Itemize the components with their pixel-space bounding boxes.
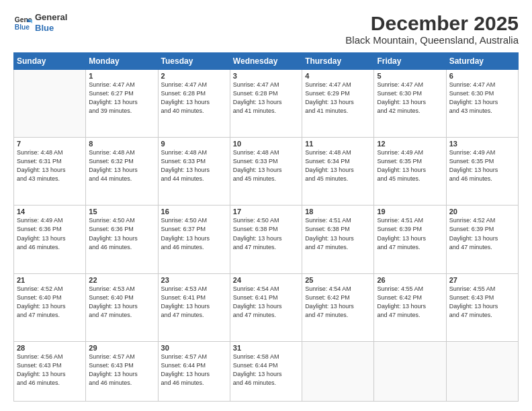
day-info: Sunrise: 4:54 AM Sunset: 6:42 PM Dayligh… [305, 285, 371, 320]
day-info: Sunrise: 4:50 AM Sunset: 6:37 PM Dayligh… [161, 216, 227, 251]
day-number: 20 [449, 208, 515, 216]
calendar-cell: 18Sunrise: 4:51 AM Sunset: 6:38 PM Dayli… [302, 205, 374, 273]
day-number: 3 [233, 72, 299, 80]
day-number: 19 [377, 208, 443, 216]
day-number: 22 [89, 276, 154, 284]
day-info: Sunrise: 4:55 AM Sunset: 6:43 PM Dayligh… [449, 285, 515, 320]
day-info: Sunrise: 4:58 AM Sunset: 6:44 PM Dayligh… [233, 353, 299, 387]
calendar-cell: 27Sunrise: 4:55 AM Sunset: 6:43 PM Dayli… [446, 273, 518, 341]
day-info: Sunrise: 4:53 AM Sunset: 6:41 PM Dayligh… [161, 285, 227, 320]
day-number: 10 [233, 140, 299, 148]
calendar-week-row: 14Sunrise: 4:49 AM Sunset: 6:36 PM Dayli… [14, 205, 519, 273]
calendar-cell: 4Sunrise: 4:47 AM Sunset: 6:29 PM Daylig… [302, 70, 374, 138]
calendar-cell: 31Sunrise: 4:58 AM Sunset: 6:44 PM Dayli… [230, 341, 302, 401]
day-info: Sunrise: 4:47 AM Sunset: 6:27 PM Dayligh… [89, 81, 154, 116]
weekday-header: Thursday [302, 53, 374, 70]
day-number: 17 [233, 208, 299, 216]
calendar-cell: 6Sunrise: 4:47 AM Sunset: 6:30 PM Daylig… [446, 70, 518, 138]
calendar-cell: 28Sunrise: 4:56 AM Sunset: 6:43 PM Dayli… [14, 341, 86, 401]
calendar-cell: 22Sunrise: 4:53 AM Sunset: 6:40 PM Dayli… [86, 273, 158, 341]
day-info: Sunrise: 4:48 AM Sunset: 6:34 PM Dayligh… [305, 148, 371, 183]
calendar-cell: 16Sunrise: 4:50 AM Sunset: 6:37 PM Dayli… [158, 205, 230, 273]
calendar-cell: 20Sunrise: 4:52 AM Sunset: 6:39 PM Dayli… [446, 205, 518, 273]
calendar-cell: 19Sunrise: 4:51 AM Sunset: 6:39 PM Dayli… [374, 205, 446, 273]
month-title: December 2025 [345, 12, 519, 34]
calendar-week-row: 7Sunrise: 4:48 AM Sunset: 6:31 PM Daylig… [14, 138, 519, 205]
day-info: Sunrise: 4:49 AM Sunset: 6:35 PM Dayligh… [449, 148, 515, 183]
day-info: Sunrise: 4:47 AM Sunset: 6:30 PM Dayligh… [449, 81, 515, 116]
day-info: Sunrise: 4:50 AM Sunset: 6:38 PM Dayligh… [233, 216, 299, 251]
day-number: 1 [89, 72, 154, 80]
calendar-cell: 21Sunrise: 4:52 AM Sunset: 6:40 PM Dayli… [14, 273, 86, 341]
day-info: Sunrise: 4:48 AM Sunset: 6:31 PM Dayligh… [17, 148, 83, 183]
day-info: Sunrise: 4:56 AM Sunset: 6:43 PM Dayligh… [17, 353, 83, 387]
logo-line1: General [35, 12, 67, 23]
day-info: Sunrise: 4:48 AM Sunset: 6:33 PM Dayligh… [161, 148, 227, 183]
calendar-cell: 5Sunrise: 4:47 AM Sunset: 6:30 PM Daylig… [374, 70, 446, 138]
calendar-header-row: SundayMondayTuesdayWednesdayThursdayFrid… [14, 53, 519, 70]
day-number: 8 [89, 140, 154, 148]
day-number: 14 [17, 208, 83, 216]
svg-text:Blue: Blue [15, 24, 30, 31]
day-number: 30 [161, 344, 227, 352]
day-number: 6 [449, 72, 515, 80]
day-number: 18 [305, 208, 371, 216]
weekday-header: Friday [374, 53, 446, 70]
day-number: 25 [305, 276, 371, 284]
calendar-cell: 14Sunrise: 4:49 AM Sunset: 6:36 PM Dayli… [14, 205, 86, 273]
calendar-cell: 7Sunrise: 4:48 AM Sunset: 6:31 PM Daylig… [14, 138, 86, 205]
header: General Blue General Blue December 2025 … [13, 12, 519, 46]
calendar-cell: 8Sunrise: 4:48 AM Sunset: 6:32 PM Daylig… [86, 138, 158, 205]
day-info: Sunrise: 4:50 AM Sunset: 6:36 PM Dayligh… [89, 216, 154, 251]
calendar-page: General Blue General Blue December 2025 … [0, 0, 532, 411]
day-info: Sunrise: 4:49 AM Sunset: 6:35 PM Dayligh… [377, 148, 443, 183]
day-number: 15 [89, 208, 154, 216]
day-number: 23 [161, 276, 227, 284]
location-title: Black Mountain, Queensland, Australia [345, 34, 519, 46]
day-info: Sunrise: 4:47 AM Sunset: 6:28 PM Dayligh… [161, 81, 227, 116]
calendar-cell: 1Sunrise: 4:47 AM Sunset: 6:27 PM Daylig… [86, 70, 158, 138]
calendar-week-row: 1Sunrise: 4:47 AM Sunset: 6:27 PM Daylig… [14, 70, 519, 138]
day-info: Sunrise: 4:47 AM Sunset: 6:29 PM Dayligh… [305, 81, 371, 116]
logo: General Blue General Blue [13, 12, 67, 33]
calendar-week-row: 21Sunrise: 4:52 AM Sunset: 6:40 PM Dayli… [14, 273, 519, 341]
calendar-cell: 25Sunrise: 4:54 AM Sunset: 6:42 PM Dayli… [302, 273, 374, 341]
day-info: Sunrise: 4:57 AM Sunset: 6:44 PM Dayligh… [161, 353, 227, 387]
day-number: 11 [305, 140, 371, 148]
day-number: 27 [449, 276, 515, 284]
calendar-cell [14, 70, 86, 138]
day-number: 2 [161, 72, 227, 80]
logo-line2: Blue [35, 23, 67, 34]
calendar-cell: 11Sunrise: 4:48 AM Sunset: 6:34 PM Dayli… [302, 138, 374, 205]
weekday-header: Wednesday [230, 53, 302, 70]
calendar-cell: 9Sunrise: 4:48 AM Sunset: 6:33 PM Daylig… [158, 138, 230, 205]
weekday-header: Monday [86, 53, 158, 70]
calendar-cell: 13Sunrise: 4:49 AM Sunset: 6:35 PM Dayli… [446, 138, 518, 205]
calendar-cell: 2Sunrise: 4:47 AM Sunset: 6:28 PM Daylig… [158, 70, 230, 138]
calendar-cell: 10Sunrise: 4:48 AM Sunset: 6:33 PM Dayli… [230, 138, 302, 205]
calendar-cell [446, 341, 518, 401]
day-info: Sunrise: 4:53 AM Sunset: 6:40 PM Dayligh… [89, 285, 154, 320]
day-info: Sunrise: 4:52 AM Sunset: 6:40 PM Dayligh… [17, 285, 83, 320]
calendar-cell: 26Sunrise: 4:55 AM Sunset: 6:42 PM Dayli… [374, 273, 446, 341]
calendar-cell [374, 341, 446, 401]
logo-icon: General Blue [13, 13, 32, 32]
calendar-cell: 3Sunrise: 4:47 AM Sunset: 6:28 PM Daylig… [230, 70, 302, 138]
day-number: 29 [89, 344, 154, 352]
day-number: 13 [449, 140, 515, 148]
day-number: 4 [305, 72, 371, 80]
day-number: 24 [233, 276, 299, 284]
day-info: Sunrise: 4:57 AM Sunset: 6:43 PM Dayligh… [89, 353, 154, 387]
calendar-cell: 24Sunrise: 4:54 AM Sunset: 6:41 PM Dayli… [230, 273, 302, 341]
calendar-cell: 29Sunrise: 4:57 AM Sunset: 6:43 PM Dayli… [86, 341, 158, 401]
title-block: December 2025 Black Mountain, Queensland… [345, 12, 519, 46]
calendar-table: SundayMondayTuesdayWednesdayThursdayFrid… [13, 52, 519, 402]
calendar-cell: 15Sunrise: 4:50 AM Sunset: 6:36 PM Dayli… [86, 205, 158, 273]
day-info: Sunrise: 4:47 AM Sunset: 6:28 PM Dayligh… [233, 81, 299, 116]
calendar-cell [302, 341, 374, 401]
calendar-cell: 12Sunrise: 4:49 AM Sunset: 6:35 PM Dayli… [374, 138, 446, 205]
day-info: Sunrise: 4:49 AM Sunset: 6:36 PM Dayligh… [17, 216, 83, 251]
day-number: 7 [17, 140, 83, 148]
day-info: Sunrise: 4:51 AM Sunset: 6:38 PM Dayligh… [305, 216, 371, 251]
day-number: 5 [377, 72, 443, 80]
